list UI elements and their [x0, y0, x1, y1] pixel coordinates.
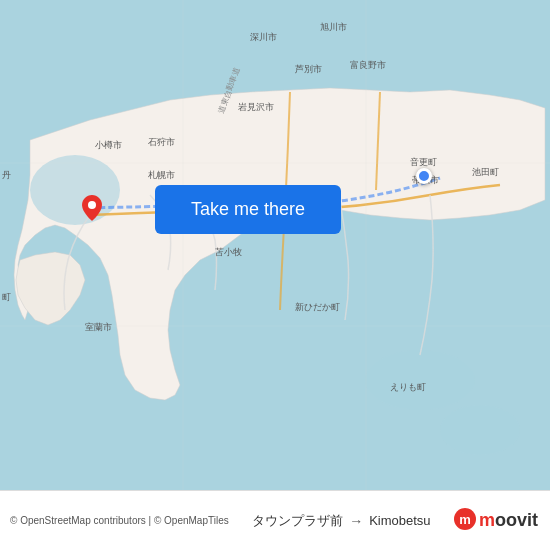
- footer: © OpenStreetMap contributors | © OpenMap…: [0, 490, 550, 550]
- svg-text:札幌市: 札幌市: [148, 170, 175, 180]
- svg-text:石狩市: 石狩市: [148, 137, 175, 147]
- origin-marker: [82, 195, 102, 221]
- svg-text:小樽市: 小樽市: [95, 140, 122, 150]
- route-info: タウンプラザ前 → Kimobetsu: [252, 512, 430, 530]
- svg-text:深川市: 深川市: [250, 32, 277, 42]
- attribution-area: © OpenStreetMap contributors | © OpenMap…: [10, 515, 229, 526]
- svg-text:m: m: [459, 512, 471, 527]
- svg-text:富良野市: 富良野市: [350, 60, 386, 70]
- svg-point-28: [88, 201, 96, 209]
- arrow-icon: →: [349, 513, 363, 529]
- moovit-text: moovit: [479, 510, 538, 531]
- moovit-icon: m: [454, 508, 476, 534]
- svg-text:町: 町: [2, 292, 11, 302]
- svg-text:旭川市: 旭川市: [320, 22, 347, 32]
- svg-text:岩見沢市: 岩見沢市: [238, 102, 274, 112]
- svg-point-4: [365, 350, 475, 410]
- svg-text:池田町: 池田町: [472, 167, 499, 177]
- svg-text:芦別市: 芦別市: [295, 64, 322, 74]
- svg-text:苫小牧: 苫小牧: [215, 247, 242, 257]
- moovit-m: m: [479, 510, 495, 530]
- svg-text:丹: 丹: [2, 170, 11, 180]
- destination-label: Kimobetsu: [369, 513, 430, 528]
- svg-point-5: [440, 405, 520, 455]
- moovit-rest: oovit: [495, 510, 538, 530]
- svg-text:音更町: 音更町: [410, 157, 437, 167]
- origin-label: タウンプラザ前: [252, 512, 343, 530]
- copyright-text: © OpenStreetMap contributors | © OpenMap…: [10, 515, 229, 526]
- take-me-there-button[interactable]: Take me there: [155, 185, 341, 234]
- moovit-logo: m moovit: [454, 508, 538, 534]
- svg-text:新ひだか町: 新ひだか町: [295, 302, 340, 312]
- map-svg: 深川市 旭川市 芦別市 富良野市 岩見沢市 小樽市 石狩市 札幌市 音更町 帯広…: [0, 0, 550, 490]
- map-container[interactable]: 深川市 旭川市 芦別市 富良野市 岩見沢市 小樽市 石狩市 札幌市 音更町 帯広…: [0, 0, 550, 490]
- svg-text:えりも町: えりも町: [390, 382, 426, 392]
- svg-text:室蘭市: 室蘭市: [85, 322, 112, 332]
- destination-marker: [416, 168, 432, 184]
